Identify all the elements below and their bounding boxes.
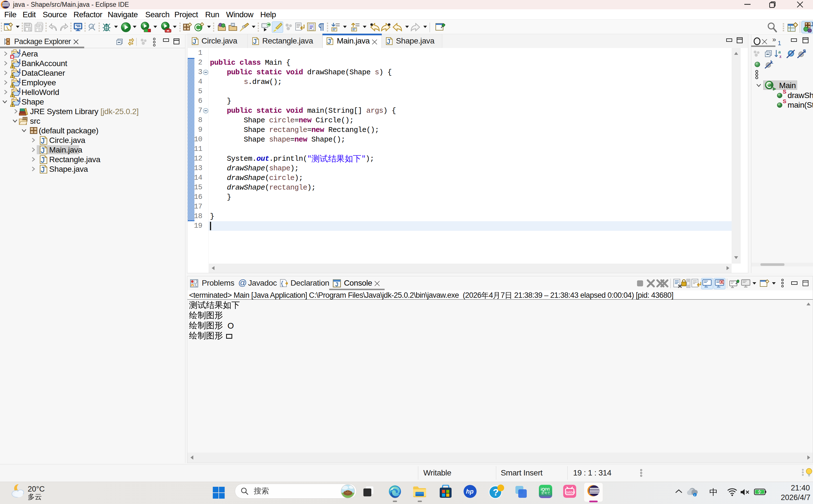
svg-text:z: z [779, 54, 782, 58]
svg-text:bilibili: bilibili [566, 490, 575, 494]
svg-text:iQIYI: iQIYI [541, 487, 550, 492]
svg-text:hp: hp [466, 488, 474, 495]
svg-text:J: J [810, 22, 813, 27]
svg-text:i: i [694, 494, 695, 497]
